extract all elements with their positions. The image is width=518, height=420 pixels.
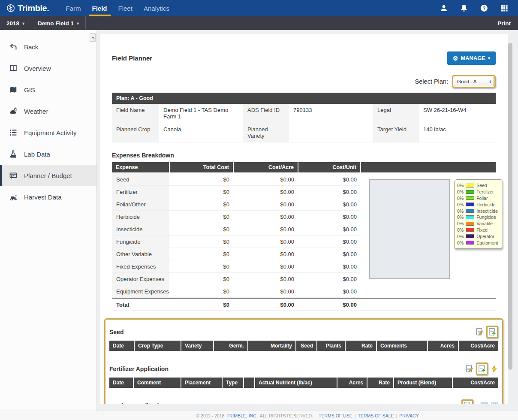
- print-button[interactable]: Print: [490, 16, 518, 30]
- plan-field-label: Planned Crop: [112, 123, 159, 142]
- edit-seed-icon[interactable]: [476, 328, 484, 336]
- legend-swatch: [466, 190, 474, 194]
- context-bar: 2018 ▾ Demo Field 1 ▾ Print: [0, 16, 518, 30]
- terms-of-use-link[interactable]: TERMS OF USE: [319, 413, 352, 418]
- column-header: Rate: [346, 341, 376, 351]
- table-row: Fungicide$0$0.00$0.00: [112, 236, 360, 248]
- select-arrows-icon: ▲▼: [489, 80, 491, 84]
- plan-field-value: 790133: [289, 104, 373, 123]
- notifications-bell-icon[interactable]: [460, 4, 468, 12]
- annotation-highlight-box: Seed Date Crop Type Variety Germ. Mortal…: [104, 318, 503, 404]
- column-header: Seed: [296, 341, 316, 351]
- table-row: Herbicide$0$0.00$0.00: [112, 211, 360, 223]
- sidebar-item-planner-budget[interactable]: Planner / Budget: [0, 165, 96, 186]
- year-selector[interactable]: 2018 ▾: [0, 16, 31, 30]
- column-header: Rate: [367, 378, 393, 388]
- legend-swatch: [466, 241, 474, 245]
- sidebar-item-harvest-data[interactable]: Harvest Data: [0, 186, 96, 208]
- nav-farm[interactable]: Farm: [60, 0, 87, 16]
- quick-apply-bolt-icon[interactable]: [491, 365, 498, 373]
- legend-swatch: [466, 222, 474, 226]
- plan-select-dropdown[interactable]: Good - A ▲▼: [454, 77, 494, 86]
- column-header: Total Cost: [170, 162, 233, 172]
- footer: © 2011 - 2018 TRIMBLE, INC. ALL RIGHTS R…: [0, 411, 518, 420]
- copyright-text: © 2011 - 2018: [196, 413, 224, 418]
- pie-chart-placeholder: [369, 179, 450, 279]
- legend-item: 0%Fertilizer: [457, 189, 498, 195]
- trimble-logo[interactable]: Trimble.: [6, 3, 49, 13]
- topbar-icons: ?: [440, 4, 512, 12]
- table-row: Other Variable$0$0.00$0.00: [112, 248, 360, 260]
- vertical-scrollbar[interactable]: [507, 30, 513, 411]
- column-header: Actual Nutrient (lb/ac): [255, 378, 337, 388]
- add-product-icon[interactable]: [464, 402, 471, 404]
- sidebar-item-gis[interactable]: GIS: [0, 79, 96, 100]
- legend-swatch: [466, 228, 474, 232]
- nav-field[interactable]: Field: [87, 0, 113, 16]
- content-region: ◂ Back Overview GIS Weather: [0, 30, 518, 411]
- svg-text:?: ?: [483, 6, 486, 11]
- add-fertilizer-icon[interactable]: [478, 365, 486, 373]
- table-row: Foliar/Other$0$0.00$0.00: [112, 198, 360, 211]
- privacy-link[interactable]: PRIVACY: [399, 413, 419, 418]
- column-header: Placement: [181, 378, 222, 388]
- add-product-annotation: [461, 399, 473, 404]
- company-link[interactable]: TRIMBLE, INC.: [226, 413, 257, 418]
- table-row: Insecticide$0$0.00$0.00: [112, 223, 360, 236]
- primary-nav: Farm Field Fleet Analytics: [60, 0, 175, 16]
- select-plan-annotation: Good - A ▲▼: [452, 75, 496, 88]
- legend-swatch: [466, 196, 474, 200]
- sidebar-collapse-button[interactable]: ◂: [90, 33, 96, 42]
- table-columns-view-icon[interactable]: [491, 402, 498, 404]
- table-rows-view-icon[interactable]: [480, 402, 488, 404]
- sidebar: Back Overview GIS Weather Equipment Acti…: [0, 30, 97, 411]
- help-icon[interactable]: ?: [480, 4, 488, 12]
- manage-button[interactable]: ⚙ MANAGE ▾: [447, 51, 496, 65]
- add-fertilizer-annotation: [476, 363, 488, 375]
- expenses-chart-area: 0%Seed 0%Fertilizer 0%Foliar 0%Herbicide…: [360, 173, 502, 298]
- column-header: Type: [223, 378, 243, 388]
- sidebar-item-weather[interactable]: Weather: [0, 100, 96, 122]
- plan-field-label: Field Name: [112, 104, 159, 123]
- plan-header-bar: Plan: A - Good: [112, 93, 496, 104]
- sidebar-item-lab-data[interactable]: Lab Data: [0, 143, 96, 165]
- column-header: Germ.: [214, 341, 247, 351]
- table-row: Operator Expenses$0$0.00$0.00: [112, 273, 360, 285]
- plan-field-value: [289, 123, 373, 142]
- chart-legend: 0%Seed 0%Fertilizer 0%Foliar 0%Herbicide…: [454, 179, 502, 249]
- trimble-globe-icon: [6, 3, 15, 13]
- column-header: Date: [109, 378, 133, 388]
- activity-list-icon: [9, 128, 18, 137]
- column-header: Product (Blend): [394, 378, 452, 388]
- column-header: Cost/Acre: [234, 162, 298, 172]
- edit-fertilizer-icon[interactable]: [466, 365, 473, 373]
- column-header: Variety: [181, 341, 213, 351]
- scrollbar-thumb[interactable]: [508, 43, 512, 370]
- plan-field-label: Planned Variety: [243, 123, 289, 142]
- plan-field-value: Demo Field 1 - TAS Demo Farm 1: [159, 104, 243, 123]
- book-icon: [9, 64, 18, 73]
- nav-analytics[interactable]: Analytics: [138, 0, 175, 16]
- legend-item: 0%Equipment: [457, 239, 498, 246]
- column-header: Date: [109, 341, 134, 351]
- fertilizer-section-title: Fertilizer Application: [109, 366, 169, 372]
- column-header: Acres: [337, 378, 367, 388]
- expenses-total-row: Total $0 $0.00 $0.00: [112, 298, 496, 311]
- sidebar-item-overview[interactable]: Overview: [0, 57, 96, 79]
- user-icon[interactable]: [440, 4, 448, 12]
- caret-down-icon: ▾: [488, 56, 490, 60]
- plan-field-value: Canola: [159, 123, 243, 142]
- terms-of-sale-link[interactable]: TERMS OF SALE: [358, 413, 394, 418]
- plan-field-label: Target Yield: [373, 123, 419, 142]
- table-row: Equipment Expenses$0$0.00$0.00: [112, 285, 360, 298]
- table-row: Fixed Expenses$0$0.00$0.00: [112, 260, 360, 273]
- plan-field-value: 140 lb/ac: [419, 123, 496, 142]
- sidebar-item-equipment-activity[interactable]: Equipment Activity: [0, 122, 96, 143]
- apps-grid-icon[interactable]: [500, 4, 509, 12]
- sidebar-item-back[interactable]: Back: [0, 36, 96, 57]
- product-section-title: Product Application: [109, 402, 166, 404]
- add-seed-icon[interactable]: [488, 328, 496, 336]
- field-selector[interactable]: Demo Field 1 ▾: [31, 16, 86, 30]
- nav-fleet[interactable]: Fleet: [113, 0, 138, 16]
- select-plan-label: Select Plan:: [415, 78, 448, 85]
